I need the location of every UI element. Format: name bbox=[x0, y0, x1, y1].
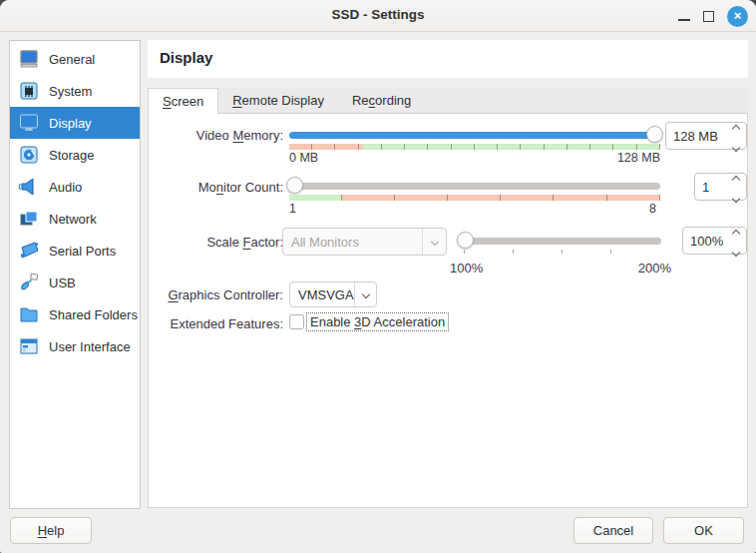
usb-icon bbox=[18, 272, 40, 293]
scale-factor-slider[interactable] bbox=[460, 232, 661, 250]
sidebar-item-storage[interactable]: Storage bbox=[10, 139, 140, 171]
enable-3d-acceleration-checkbox-label[interactable]: Enable 3D Acceleration bbox=[308, 314, 447, 329]
video-memory-label: Video Memory: bbox=[157, 128, 283, 143]
page-title: Display bbox=[160, 49, 212, 66]
sidebar-item-shared-folders[interactable]: Shared Folders bbox=[10, 298, 140, 330]
close-button[interactable]: × bbox=[727, 6, 748, 27]
scale-factor-slider-track[interactable] bbox=[460, 238, 661, 245]
cancel-button[interactable]: Cancel bbox=[573, 517, 653, 544]
video-memory-scale: 0 MB 128 MB bbox=[289, 151, 660, 165]
storage-icon bbox=[18, 144, 40, 166]
maximize-button[interactable] bbox=[703, 11, 714, 22]
window-title: SSD - Settings bbox=[0, 7, 756, 22]
screen-tab-panel: Video Memory: 0 MB 128 MB 128 MB bbox=[148, 113, 748, 508]
spin-down-button[interactable] bbox=[733, 139, 739, 154]
video-memory-value[interactable]: 128 MB bbox=[666, 123, 726, 149]
graphics-controller-label: Graphics Controller: bbox=[157, 287, 283, 302]
settings-window: SSD - Settings × General System Display … bbox=[0, 0, 756, 553]
video-memory-slider[interactable] bbox=[289, 126, 660, 144]
chevron-down-icon bbox=[430, 237, 438, 245]
sidebar-item-user-interface[interactable]: User Interface bbox=[10, 330, 140, 362]
sidebar-item-audio[interactable]: Audio bbox=[10, 171, 140, 203]
scale-factor-tick-strip bbox=[464, 250, 659, 254]
sidebar-item-label: Display bbox=[49, 116, 92, 131]
serial-ports-icon bbox=[18, 240, 40, 262]
video-memory-slider-track[interactable] bbox=[289, 132, 660, 139]
monitor-count-value[interactable]: 1 bbox=[695, 174, 726, 200]
sidebar-item-system[interactable]: System bbox=[10, 75, 140, 107]
tab-remote-display[interactable]: Remote Display bbox=[218, 88, 338, 113]
sidebar-item-label: Serial Ports bbox=[49, 244, 116, 259]
sidebar-item-label: Network bbox=[49, 212, 97, 227]
chevron-down-icon bbox=[361, 289, 369, 297]
sidebar-item-label: USB bbox=[49, 276, 76, 290]
page-header: Display bbox=[148, 40, 748, 78]
video-memory-spinbox: 128 MB bbox=[665, 122, 747, 150]
titlebar[interactable]: SSD - Settings × bbox=[0, 0, 756, 32]
monitor-count-spinbox: 1 bbox=[694, 173, 747, 201]
scale-factor-scale: 100% 200% bbox=[450, 261, 671, 276]
extended-features-label: Extended Features: bbox=[157, 316, 283, 331]
scale-factor-slider-handle[interactable] bbox=[457, 232, 474, 249]
monitor-count-slider-handle[interactable] bbox=[286, 177, 303, 194]
spin-down-button[interactable] bbox=[733, 244, 739, 259]
network-icon bbox=[18, 208, 40, 230]
spin-up-button[interactable] bbox=[733, 119, 739, 134]
scale-factor-label: Scale Factor: bbox=[157, 235, 283, 250]
sidebar-item-network[interactable]: Network bbox=[10, 203, 140, 235]
scale-factor-value[interactable]: 100% bbox=[683, 228, 726, 254]
system-icon bbox=[18, 80, 40, 102]
sidebar-item-label: Audio bbox=[49, 180, 82, 195]
sidebar-item-serial-ports[interactable]: Serial Ports bbox=[10, 235, 140, 267]
chevron-down-icon bbox=[732, 194, 740, 202]
monitor-count-slider[interactable] bbox=[289, 177, 660, 195]
spin-up-button[interactable] bbox=[733, 170, 739, 185]
ok-button[interactable]: OK bbox=[663, 517, 744, 544]
tab-recording[interactable]: Recording bbox=[338, 88, 425, 113]
scale-factor-spinbox: 100% bbox=[682, 227, 747, 255]
monitor-count-label: Monitor Count: bbox=[157, 180, 283, 195]
chevron-up-icon bbox=[732, 124, 740, 132]
chevron-up-icon bbox=[732, 175, 740, 183]
maximize-icon bbox=[703, 11, 714, 22]
user-interface-icon bbox=[18, 335, 40, 357]
chevron-down-icon bbox=[732, 248, 740, 256]
category-sidebar: General System Display Storage Audio Net… bbox=[9, 40, 141, 509]
audio-icon bbox=[18, 176, 40, 198]
sidebar-item-label: Shared Folders bbox=[49, 307, 138, 322]
monitor-count-slider-track[interactable] bbox=[289, 183, 660, 190]
minimize-button[interactable] bbox=[678, 11, 690, 21]
sidebar-item-usb[interactable]: USB bbox=[10, 267, 140, 298]
tab-screen[interactable]: Screen bbox=[148, 88, 218, 114]
graphics-controller-dropdown[interactable]: VMSVGA bbox=[289, 281, 377, 307]
display-icon bbox=[18, 112, 40, 134]
video-memory-tick-strip bbox=[289, 144, 660, 150]
scale-factor-monitor-dropdown[interactable]: All Monitors bbox=[282, 228, 447, 256]
tab-bar: Screen Remote Display Recording bbox=[148, 88, 748, 113]
main-area: Display Screen Remote Display Recording … bbox=[148, 40, 748, 508]
chevron-down-icon bbox=[732, 143, 740, 151]
monitor-count-tick-strip bbox=[289, 195, 660, 201]
help-button[interactable]: Help bbox=[10, 517, 92, 544]
spin-up-button[interactable] bbox=[733, 224, 739, 239]
close-icon: × bbox=[734, 8, 742, 23]
monitor-count-scale: 1 8 bbox=[289, 202, 656, 216]
minimize-icon bbox=[678, 19, 690, 21]
sidebar-item-label: General bbox=[49, 52, 95, 67]
video-memory-slider-handle[interactable] bbox=[646, 126, 663, 143]
sidebar-item-label: User Interface bbox=[49, 339, 131, 354]
sidebar-item-display[interactable]: Display bbox=[10, 107, 140, 139]
chevron-up-icon bbox=[732, 229, 740, 237]
spin-down-button[interactable] bbox=[733, 190, 739, 205]
sidebar-item-general[interactable]: General bbox=[10, 43, 140, 75]
sidebar-item-label: Storage bbox=[49, 148, 95, 163]
shared-folders-icon bbox=[18, 303, 40, 325]
enable-3d-acceleration-checkbox[interactable] bbox=[289, 314, 304, 329]
sidebar-item-label: System bbox=[49, 84, 92, 99]
general-icon bbox=[18, 48, 40, 70]
